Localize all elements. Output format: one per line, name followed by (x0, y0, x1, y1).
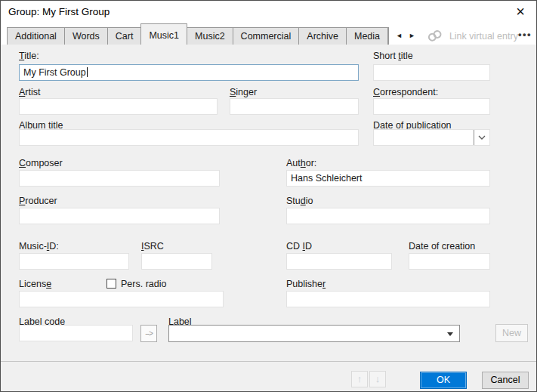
publisher-input[interactable] (286, 291, 490, 307)
transfer-label-code-button[interactable]: --> (140, 325, 157, 342)
ok-button[interactable]: OK (420, 372, 467, 389)
music-id-label: Music-ID: (19, 241, 59, 252)
artist-label: Artist (19, 87, 40, 97)
text-cursor (87, 67, 88, 77)
album-title-input[interactable] (19, 129, 359, 146)
link-virtual-entry-button[interactable]: Link virtual entry (426, 27, 518, 45)
more-options-button[interactable]: ••• (518, 26, 532, 43)
close-icon: × (516, 3, 525, 20)
date-publication-input[interactable] (373, 129, 490, 146)
producer-label: Producer (19, 196, 57, 206)
tab-partial[interactable] (388, 27, 389, 45)
move-up-button[interactable]: ↑ (351, 371, 368, 387)
author-input[interactable]: Hans Schleichert (286, 170, 490, 187)
cd-id-label: CD ID (286, 241, 312, 252)
label-combobox[interactable] (168, 325, 460, 342)
ellipsis-icon: ••• (518, 29, 532, 40)
tab-cart[interactable]: Cart (108, 27, 142, 45)
composer-label: Composer (19, 158, 63, 168)
group-properties-dialog: Group: My First Group × Additional Words… (0, 0, 537, 392)
close-button[interactable]: × (508, 1, 533, 23)
tab-media[interactable]: Media (347, 27, 388, 45)
arrow-up-icon: ↑ (357, 373, 363, 384)
isrc-input[interactable] (141, 253, 212, 270)
cancel-button[interactable]: Cancel (482, 372, 529, 389)
chain-link-icon (426, 30, 444, 42)
license-input[interactable] (19, 291, 224, 307)
dropdown-arrow-icon (447, 332, 453, 336)
studio-label: Studio (286, 196, 313, 206)
pers-radio-label: Pers. radio (121, 279, 166, 289)
isrc-label: ISRC (141, 241, 164, 252)
label-code-input[interactable] (19, 325, 133, 341)
title-label: Title: (19, 51, 39, 61)
link-virtual-entry-label: Link virtual entry (449, 31, 518, 42)
author-label: Author: (286, 158, 316, 168)
tab-music2[interactable]: Music2 (187, 27, 233, 45)
correspondent-label: Correspondent: (373, 87, 438, 97)
short-title-label: Short title (373, 51, 413, 61)
artist-input[interactable] (19, 98, 218, 115)
title-bar: Group: My First Group × (1, 1, 536, 23)
tab-page-music1: Title: My First Group Short title Artist… (1, 45, 536, 361)
publisher-label: Publisher (286, 279, 326, 289)
title-input[interactable]: My First Group (19, 64, 359, 81)
chevron-down-icon (478, 135, 486, 140)
singer-input[interactable] (230, 98, 359, 115)
tab-music1[interactable]: Music1 (140, 23, 187, 45)
correspondent-input[interactable] (373, 98, 490, 115)
date-creation-input[interactable] (409, 253, 490, 270)
new-button[interactable]: New (495, 324, 528, 342)
studio-input[interactable] (286, 208, 490, 224)
arrow-down-icon: ↓ (375, 373, 381, 384)
chevron-left-icon: ◄ (396, 32, 403, 39)
pers-radio-checkbox[interactable] (106, 279, 116, 289)
date-creation-label: Date of creation (409, 241, 475, 252)
tab-commercial[interactable]: Commercial (233, 27, 300, 45)
button-bar: ↑ ↓ OK Cancel (1, 361, 536, 391)
window-title: Group: My First Group (8, 6, 110, 17)
tab-words[interactable]: Words (65, 27, 108, 45)
tab-scroll-left-button[interactable]: ◄ (393, 30, 406, 42)
singer-label: Singer (230, 87, 257, 97)
move-down-button[interactable]: ↓ (369, 371, 386, 387)
date-publication-dropdown-button[interactable] (474, 129, 490, 146)
short-title-input[interactable] (373, 64, 490, 81)
composer-input[interactable] (19, 170, 220, 187)
chevron-right-icon: ► (409, 32, 415, 39)
tab-scroll-buttons: ◄ ► (393, 27, 418, 45)
cd-id-input[interactable] (286, 253, 392, 270)
producer-input[interactable] (19, 208, 220, 224)
tab-scroll-right-button[interactable]: ► (406, 30, 418, 42)
tab-archive[interactable]: Archive (299, 27, 347, 45)
tab-bar: Additional Words Cart Music1 Music2 Comm… (1, 23, 536, 45)
music-id-input[interactable] (19, 253, 129, 270)
license-label: License (19, 279, 51, 289)
tab-additional[interactable]: Additional (7, 27, 65, 45)
